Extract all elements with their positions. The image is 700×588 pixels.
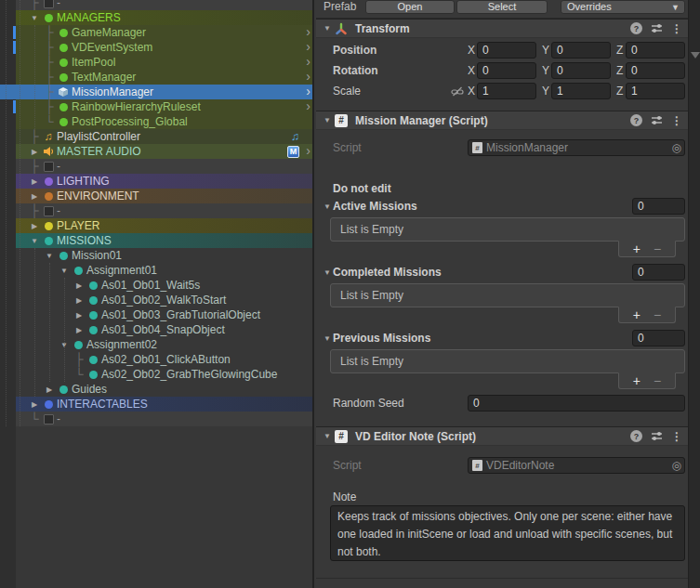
hierarchy-row-as02-ob01-clickabutton[interactable]: ├As02_Ob01_ClickAButton [0, 352, 314, 367]
random-seed-field[interactable]: 0 [468, 395, 685, 412]
hierarchy-row-mission01[interactable]: ▼Mission01 [0, 248, 314, 263]
kebab-menu-icon[interactable]: ⋮ [671, 430, 682, 443]
prefab-chevron-icon[interactable]: › [306, 85, 310, 99]
list-add-button[interactable]: + [633, 374, 641, 387]
kebab-menu-icon[interactable]: ⋮ [671, 22, 682, 35]
foldout-arrow-icon[interactable]: ▼ [322, 432, 333, 440]
hierarchy-row-gamemanager[interactable]: ├GameManager› [0, 25, 314, 40]
completed-missions-foldout[interactable]: ▼ Completed Missions 0 [316, 265, 685, 280]
hierarchy-row-player[interactable]: ▶PLAYER [0, 218, 314, 233]
transform-header[interactable]: ▼ Transform ? [316, 20, 688, 38]
list-remove-button[interactable]: − [654, 242, 661, 255]
foldout-arrow-icon[interactable]: ▼ [322, 116, 333, 124]
prefab-chevron-icon[interactable]: › [306, 55, 310, 70]
hierarchy-row-separator[interactable]: ├- [0, 159, 314, 174]
hierarchy-row-interactables[interactable]: ▶INTERACTABLES [0, 397, 314, 412]
scale-x-field[interactable]: 1 [477, 83, 536, 99]
list-size-field[interactable]: 0 [632, 198, 685, 215]
foldout-closed-icon[interactable]: ▶ [28, 174, 41, 189]
foldout-closed-icon[interactable]: ▶ [43, 382, 56, 397]
foldout-arrow-icon[interactable]: ▼ [322, 268, 333, 277]
hierarchy-row-master-audio[interactable]: ▶MASTER AUDIOM› [0, 144, 314, 159]
editor-note-header[interactable]: ▼ # VD Editor Note (Script) ? [316, 427, 688, 446]
position-z-field[interactable]: 0 [626, 42, 685, 59]
list-remove-button[interactable]: − [654, 374, 661, 387]
foldout-arrow-icon[interactable]: ▼ [322, 203, 333, 211]
hierarchy-row-postprocessing-global[interactable]: └PostProcessing_Global [0, 114, 314, 129]
link-toggle-icon[interactable] [451, 85, 468, 98]
hierarchy-row-as01-ob02-walktostart[interactable]: ▶As01_Ob02_WalkToStart [0, 293, 314, 307]
prefab-chevron-icon[interactable]: › [306, 40, 310, 55]
rotation-x-field[interactable]: 0 [477, 62, 536, 79]
hierarchy-row-as02-ob02-grabtheglowingcube[interactable]: └As02_Ob02_GrabTheGlowingCube [0, 367, 314, 382]
hierarchy-row-guides[interactable]: ▶Guides [0, 382, 314, 397]
hierarchy-row-playlistcontroller[interactable]: ├♫PlaylistController♫ [0, 129, 314, 144]
hierarchy-row-separator[interactable]: ├- [0, 0, 314, 10]
hierarchy-row-as01-ob01-wait5s[interactable]: ▶As01_Ob01_Wait5s [0, 278, 314, 293]
prefab-chevron-icon[interactable]: › [306, 99, 310, 114]
object-picker-icon[interactable]: ◎ [672, 460, 681, 471]
position-x-field[interactable]: 0 [477, 42, 536, 59]
scale-z-field[interactable]: 1 [626, 83, 685, 99]
hierarchy-row-assignment02[interactable]: ▼Assignment02 [0, 337, 314, 352]
hierarchy-row-itempool[interactable]: ├ItemPool› [0, 55, 314, 70]
hierarchy-row-managers[interactable]: ▼MANAGERS [0, 10, 314, 25]
hierarchy-row-separator[interactable]: ├- [0, 203, 314, 218]
list-add-button[interactable]: + [633, 308, 641, 321]
foldout-arrow-icon[interactable]: ▼ [322, 24, 333, 33]
list-size-field[interactable]: 0 [632, 264, 685, 281]
presets-icon[interactable] [651, 114, 663, 126]
rotation-z-field[interactable]: 0 [626, 62, 685, 79]
foldout-arrow-icon[interactable]: ▼ [322, 334, 333, 343]
foldout-open-icon[interactable]: ▼ [28, 233, 41, 248]
hierarchy-row-assignment01[interactable]: ▼Assignment01 [0, 263, 314, 278]
help-icon[interactable]: ? [630, 22, 642, 34]
prefab-chevron-icon[interactable]: › [306, 70, 310, 85]
foldout-open-icon[interactable]: ▼ [43, 248, 56, 263]
foldout-open-icon[interactable]: ▼ [28, 10, 41, 25]
foldout-closed-icon[interactable]: ▶ [73, 307, 86, 322]
presets-icon[interactable] [651, 430, 663, 442]
rotation-y-field[interactable]: 0 [551, 62, 611, 79]
hierarchy-row-missions[interactable]: ▼MISSIONS [0, 233, 314, 248]
hierarchy-row-vdeventsystem[interactable]: ├VDEventSystem› [0, 40, 314, 55]
hierarchy-row-textmanager[interactable]: ├TextManager› [0, 70, 314, 85]
foldout-closed-icon[interactable]: ▶ [28, 189, 41, 203]
note-textarea[interactable]: Keeps track of missions objectives. Only… [330, 505, 685, 561]
foldout-closed-icon[interactable]: ▶ [28, 144, 41, 159]
previous-missions-foldout[interactable]: ▼ Previous Missions 0 [316, 331, 685, 346]
foldout-closed-icon[interactable]: ▶ [28, 397, 41, 412]
foldout-open-icon[interactable]: ▼ [58, 263, 71, 278]
prefab-chevron-icon[interactable]: › [306, 25, 310, 40]
list-add-button[interactable]: + [633, 242, 641, 255]
foldout-open-icon[interactable]: ▼ [58, 337, 71, 352]
mission-manager-header[interactable]: ▼ # Mission Manager (Script) ? [316, 111, 688, 130]
list-remove-button[interactable]: − [654, 308, 661, 321]
object-picker-icon[interactable]: ◎ [672, 142, 681, 153]
scale-y-field[interactable]: 1 [551, 83, 611, 99]
foldout-closed-icon[interactable]: ▶ [73, 322, 86, 337]
kebab-menu-icon[interactable]: ⋮ [671, 114, 682, 127]
prefab-chevron-icon[interactable]: › [306, 144, 310, 159]
hierarchy-row-missionmanager[interactable]: ├MissionManager› [0, 85, 314, 99]
help-icon[interactable]: ? [630, 114, 642, 126]
hierarchy-row-as01-ob03-grabtutorialobject[interactable]: ▶As01_Ob03_GrabTutorialObject [0, 307, 314, 322]
position-y-field[interactable]: 0 [551, 42, 611, 59]
hierarchy-row-as01-ob04-snapobject[interactable]: ▶As01_Ob04_SnapObject [0, 322, 314, 337]
script-field[interactable]: # VDEditorNote ◎ [468, 457, 685, 474]
hierarchy-row-lighting[interactable]: ▶LIGHTING [0, 174, 314, 189]
hierarchy-row-separator[interactable]: └- [0, 412, 314, 426]
active-missions-foldout[interactable]: ▼ Active Missions 0 [316, 199, 685, 214]
list-size-field[interactable]: 0 [632, 330, 685, 346]
help-icon[interactable]: ? [630, 430, 642, 442]
scrollbar[interactable] [688, 0, 700, 588]
hierarchy-row-environment[interactable]: ▶ENVIRONMENT [0, 189, 314, 203]
script-field[interactable]: # MissionManager ◎ [468, 139, 685, 156]
prefab-open-button[interactable]: Open [365, 0, 455, 14]
prefab-select-button[interactable]: Select [456, 0, 548, 14]
foldout-closed-icon[interactable]: ▶ [73, 278, 86, 293]
foldout-closed-icon[interactable]: ▶ [28, 218, 41, 233]
hierarchy-row-rainbowhierarchyruleset[interactable]: ├RainbowHierarchyRuleset› [0, 99, 314, 114]
overrides-dropdown[interactable]: Overrides ▼ [561, 0, 685, 14]
foldout-closed-icon[interactable]: ▶ [73, 293, 86, 307]
